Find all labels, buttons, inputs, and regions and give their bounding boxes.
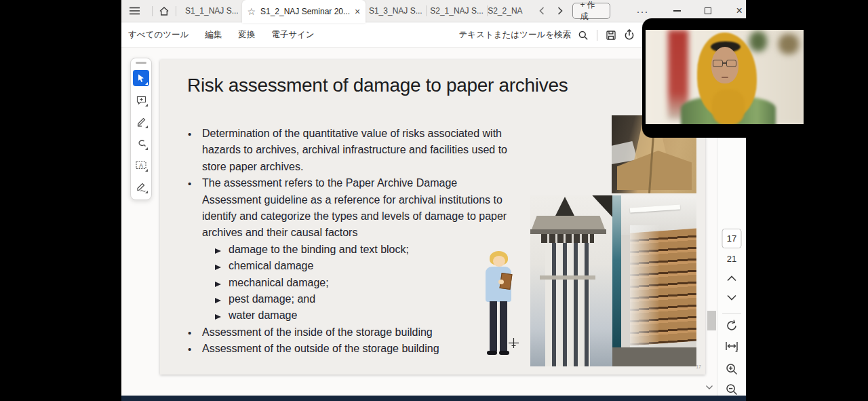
tab-label: S2_2_NA — [488, 6, 522, 16]
speaker-glasses — [726, 60, 736, 67]
bullet-text: Determination of the quantitative value … — [202, 128, 502, 140]
select-tool-button[interactable] — [133, 70, 149, 86]
menu-all-tools[interactable]: すべてのツール — [128, 29, 189, 41]
search-icon[interactable] — [578, 30, 589, 41]
panel-drag-handle[interactable] — [136, 62, 146, 64]
add-text-tool-button[interactable]: A — [133, 157, 149, 173]
sub-bullet-text: pest damage; and — [229, 293, 315, 305]
arrow-bullet-icon — [215, 282, 221, 287]
upload-share-icon[interactable] — [623, 29, 635, 41]
search-label[interactable]: テキストまたはツールを検索 — [459, 29, 571, 41]
more-options-icon[interactable]: ··· — [636, 5, 648, 17]
page-number-input[interactable]: 17 — [722, 229, 742, 248]
minimize-icon — [673, 10, 681, 12]
highlight-pen-tool-button[interactable] — [133, 113, 149, 130]
cartoon-detail — [493, 256, 505, 267]
tab-s2-1[interactable]: S2_1_NAJ S... — [427, 0, 487, 22]
previous-page-button[interactable] — [727, 275, 737, 282]
draw-lasso-tool-button[interactable] — [133, 135, 149, 151]
speaker-webcam-overlay[interactable] — [642, 18, 807, 138]
search-area: テキストまたはツールを検索 — [459, 22, 635, 47]
bullet-text: identify and categorize the types and le… — [202, 210, 507, 223]
menu-convert[interactable]: 変換 — [238, 29, 255, 41]
zoom-out-button[interactable] — [725, 383, 738, 396]
create-button-label: + 作成 — [580, 0, 603, 22]
photo-detail — [530, 229, 606, 234]
create-button[interactable]: + 作成 — [572, 3, 610, 19]
video-background-detail — [749, 31, 767, 52]
tab-s2-2[interactable]: S2_2_NA — [488, 0, 530, 22]
window-bottom-edge — [121, 396, 746, 401]
photo-detail — [540, 275, 595, 280]
bullet-text: The assessment refers to the Paper Archi… — [202, 177, 457, 189]
inspector-cartoon-image — [478, 251, 523, 368]
photo-detail — [612, 347, 696, 366]
close-window-button[interactable]: × — [732, 4, 746, 18]
next-page-button[interactable] — [727, 294, 737, 301]
photo-detail — [541, 234, 594, 243]
bullet-icon: • — [188, 327, 191, 339]
tab-label: S2_1_NAJ S... — [430, 6, 484, 16]
cartoon-detail — [490, 301, 497, 351]
arrow-bullet-icon — [215, 314, 221, 320]
comment-tool-button[interactable] — [133, 92, 149, 108]
home-icon[interactable] — [158, 6, 170, 16]
maximize-button[interactable] — [701, 4, 715, 18]
hamburger-menu-icon[interactable] — [130, 7, 140, 15]
bullet-text: archives and their causal factors — [202, 227, 357, 239]
photo-detail — [589, 195, 614, 218]
close-tab-icon[interactable]: × — [355, 6, 360, 17]
tab-scroll-left-icon[interactable] — [536, 7, 547, 15]
photo-detail — [545, 243, 590, 366]
bullet-text: Assessment guideline as a reference for … — [202, 194, 502, 206]
tab-s1-1[interactable]: S1_1_NAJ S... — [182, 0, 242, 22]
cartoon-detail — [499, 351, 509, 355]
left-tool-panel: A — [130, 58, 152, 200]
slide-page-number: 17 — [696, 364, 701, 369]
sub-bullet-text: water damage — [229, 309, 297, 322]
speaker-video — [646, 30, 804, 124]
slide-title: Risk assessment of damage to paper archi… — [187, 75, 568, 96]
pdf-slide-page: Risk assessment of damage to paper archi… — [160, 60, 705, 375]
sub-bullet-text: damage to the binding and text block; — [229, 244, 409, 256]
photo-detail — [532, 216, 605, 229]
rotate-refresh-button[interactable] — [725, 319, 738, 332]
speaker-mouth — [722, 77, 728, 78]
divider — [597, 30, 597, 41]
cartoon-detail — [487, 351, 497, 355]
speaker-glasses — [713, 60, 723, 67]
star-icon[interactable]: ☆ — [247, 6, 256, 17]
tab-label: S1_3_NAJ S... — [369, 6, 422, 16]
cartoon-detail — [500, 301, 507, 351]
minimize-button[interactable] — [670, 4, 684, 18]
menu-esign[interactable]: 電子サイン — [271, 29, 314, 41]
fit-width-button[interactable] — [725, 341, 738, 353]
close-icon: × — [736, 5, 742, 16]
menu-edit[interactable]: 編集 — [205, 29, 222, 41]
divider — [176, 6, 176, 16]
fill-sign-tool-button[interactable] — [133, 178, 149, 195]
total-pages-label: 21 — [727, 254, 736, 264]
sub-bullet-text: mechanical damage; — [229, 277, 329, 289]
tab-s1-3[interactable]: S1_3_NAJ S... — [366, 0, 426, 22]
bullet-icon: • — [188, 178, 191, 189]
bullet-text: store paper archives. — [202, 161, 303, 173]
video-background-detail — [778, 34, 799, 54]
speaker-hijab — [712, 90, 745, 124]
zoom-in-button[interactable] — [725, 362, 738, 376]
tab-scroll-right-icon[interactable] — [555, 7, 566, 15]
tab-s1-2-active[interactable]: ☆ S1_2_NAJ Seminar 20... × — [242, 0, 366, 23]
tab-label: S1_2_NAJ Seminar 20... — [260, 7, 350, 16]
bullet-icon: • — [188, 343, 191, 355]
photo-detail — [612, 195, 621, 366]
vertical-scrollbar-thumb[interactable] — [707, 311, 716, 330]
photo-detail — [630, 225, 696, 347]
archive-shelves-photo — [612, 195, 696, 366]
save-icon[interactable] — [606, 30, 616, 41]
divider — [152, 6, 153, 16]
bullet-text: Assessment of the outside of the storage… — [202, 343, 439, 355]
scroll-down-arrow-icon[interactable] — [705, 385, 713, 390]
archive-building-photo — [530, 195, 614, 366]
bullet-text: Assessment of the inside of the storage … — [202, 326, 433, 339]
sub-bullet-text: chemical damage — [229, 260, 313, 272]
